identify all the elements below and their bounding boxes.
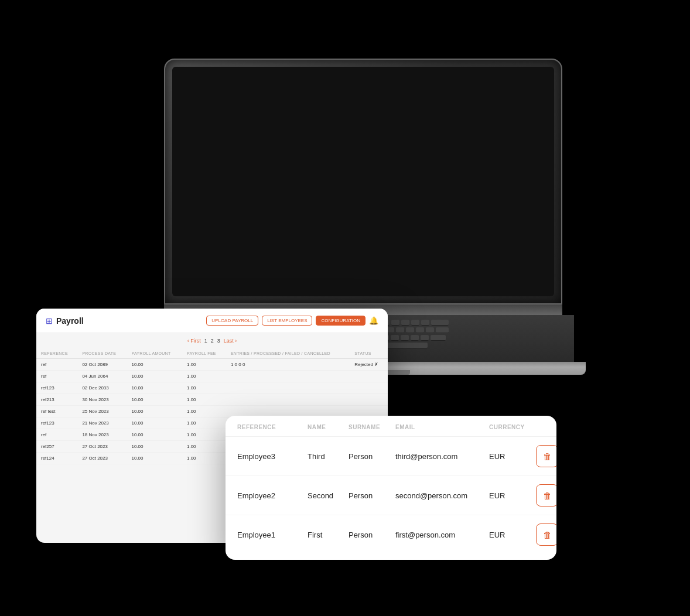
col-status: STATUS (350, 348, 388, 359)
cell-status (350, 382, 388, 394)
payroll-table-header-row: REFERENCE PROCESS DATE PAYROLL AMOUNT PA… (36, 348, 388, 359)
cell-amount: 10.00 (127, 406, 182, 417)
page-3[interactable]: 3 (217, 338, 220, 344)
payroll-table-row: ref123 02 Dec 2033 10.00 1.00 (36, 382, 388, 394)
emp-currency: EUR (489, 531, 536, 539)
employee-row: Employee1 First Person first@person.com … (226, 515, 556, 554)
pagination: ‹ First 1 2 3 Last › (36, 333, 388, 348)
cell-fee: 1.00 (182, 417, 226, 429)
cell-ref: ref124 (36, 453, 77, 464)
col-reference: REFERENCE (36, 348, 77, 359)
configuration-button[interactable]: CONFIGURATION (316, 316, 366, 326)
payroll-title: Payroll (56, 316, 84, 326)
cell-date: 27 Oct 2023 (77, 441, 127, 453)
emp-currency: EUR (489, 452, 536, 461)
pagination-last[interactable]: Last › (224, 338, 237, 344)
cell-amount: 10.00 (127, 453, 182, 464)
cell-fee: 1.00 (182, 429, 226, 441)
emp-surname: Person (349, 452, 395, 461)
cell-ref: ref257 (36, 441, 77, 453)
cell-ref: ref (36, 371, 77, 382)
cell-date: 18 Nov 2023 (77, 429, 127, 441)
emp-email: first@person.com (395, 531, 489, 539)
col-process-date: PROCESS DATE (77, 348, 127, 359)
cell-ref: ref123 (36, 382, 77, 394)
cell-date: 25 Nov 2023 (77, 406, 127, 417)
emp-col-action (536, 424, 556, 430)
cell-status: Rejected ✗ (350, 359, 388, 371)
cell-date: 21 Nov 2023 (77, 417, 127, 429)
cell-amount: 10.00 (127, 359, 182, 371)
cell-fee: 1.00 (182, 453, 226, 464)
emp-ref: Employee1 (237, 531, 308, 539)
pagination-first[interactable]: ‹ First (187, 338, 201, 344)
payroll-header: ⊞ Payroll UPLOAD PAYROLL LIST EMPLOYEES … (36, 309, 388, 333)
payroll-title-area: ⊞ Payroll (46, 316, 84, 326)
delete-employee-button[interactable]: 🗑 (536, 484, 556, 507)
payroll-table-row: ref 04 Jun 2064 10.00 1.00 (36, 371, 388, 382)
cell-ref: ref123 (36, 417, 77, 429)
emp-email: second@person.com (395, 491, 489, 500)
emp-surname: Person (349, 491, 395, 500)
list-employees-button[interactable]: LIST EMPLOYEES (262, 316, 312, 326)
delete-employee-button[interactable]: 🗑 (536, 445, 556, 467)
laptop-screen-inner (172, 67, 554, 296)
emp-name: Second (308, 491, 349, 500)
cell-ref: ref (36, 429, 77, 441)
cell-fee: 1.00 (182, 359, 226, 371)
cell-fee: 1.00 (182, 371, 226, 382)
col-entries: ENTRIES / PROCESSED / FAILED / CANCELLED (226, 348, 350, 359)
employees-rows: Employee3 Third Person third@person.com … (226, 437, 556, 554)
cell-entries (226, 394, 350, 406)
cell-entries (226, 371, 350, 382)
cell-fee: 1.00 (182, 394, 226, 406)
emp-currency: EUR (489, 491, 536, 500)
emp-ref: Employee2 (237, 491, 308, 500)
cell-ref: ref213 (36, 394, 77, 406)
cell-fee: 1.00 (182, 441, 226, 453)
cell-date: 30 Nov 2023 (77, 394, 127, 406)
cell-amount: 10.00 (127, 441, 182, 453)
emp-col-reference: REFERENCE (237, 424, 308, 430)
emp-name: Third (308, 452, 349, 461)
cell-ref: ref test (36, 406, 77, 417)
emp-ref: Employee3 (237, 452, 308, 461)
col-payroll-amount: PAYROLL AMOUNT (127, 348, 182, 359)
cell-amount: 10.00 (127, 371, 182, 382)
cell-ref: ref (36, 359, 77, 371)
cell-date: 02 Dec 2033 (77, 382, 127, 394)
delete-employee-button[interactable]: 🗑 (536, 523, 556, 546)
col-payroll-fee: PAYROLL FEE (182, 348, 226, 359)
cell-status (350, 394, 388, 406)
cell-status (350, 371, 388, 382)
cell-entries (226, 382, 350, 394)
page-2[interactable]: 2 (211, 338, 214, 344)
cell-amount: 10.00 (127, 394, 182, 406)
emp-surname: Person (349, 531, 395, 539)
emp-name: First (308, 531, 349, 539)
payroll-table-row: ref213 30 Nov 2023 10.00 1.00 (36, 394, 388, 406)
cell-entries: 1 0 0 0 (226, 359, 350, 371)
cell-amount: 10.00 (127, 417, 182, 429)
employee-row: Employee3 Third Person third@person.com … (226, 437, 556, 476)
payroll-buttons: UPLOAD PAYROLL LIST EMPLOYEES CONFIGURAT… (206, 316, 378, 326)
upload-payroll-button[interactable]: UPLOAD PAYROLL (206, 316, 258, 326)
cell-date: 02 Oct 2089 (77, 359, 127, 371)
emp-col-name: NAME (308, 424, 349, 430)
cell-fee: 1.00 (182, 406, 226, 417)
employees-panel: REFERENCE NAME SURNAME EMAIL CURRENCY Em… (226, 416, 556, 560)
emp-col-surname: SURNAME (349, 424, 395, 430)
cell-date: 27 Oct 2023 (77, 453, 127, 464)
page-1[interactable]: 1 (204, 338, 207, 344)
employees-table-header: REFERENCE NAME SURNAME EMAIL CURRENCY (226, 416, 556, 437)
laptop-screen (164, 59, 562, 304)
cell-fee: 1.00 (182, 382, 226, 394)
cell-date: 04 Jun 2064 (77, 371, 127, 382)
cell-amount: 10.00 (127, 429, 182, 441)
cell-amount: 10.00 (127, 382, 182, 394)
emp-col-email: EMAIL (395, 424, 489, 430)
emp-col-currency: CURRENCY (489, 424, 536, 430)
employee-row: Employee2 Second Person second@person.co… (226, 476, 556, 515)
payroll-app-icon: ⊞ (46, 316, 53, 326)
notification-bell-icon[interactable]: 🔔 (369, 316, 378, 325)
